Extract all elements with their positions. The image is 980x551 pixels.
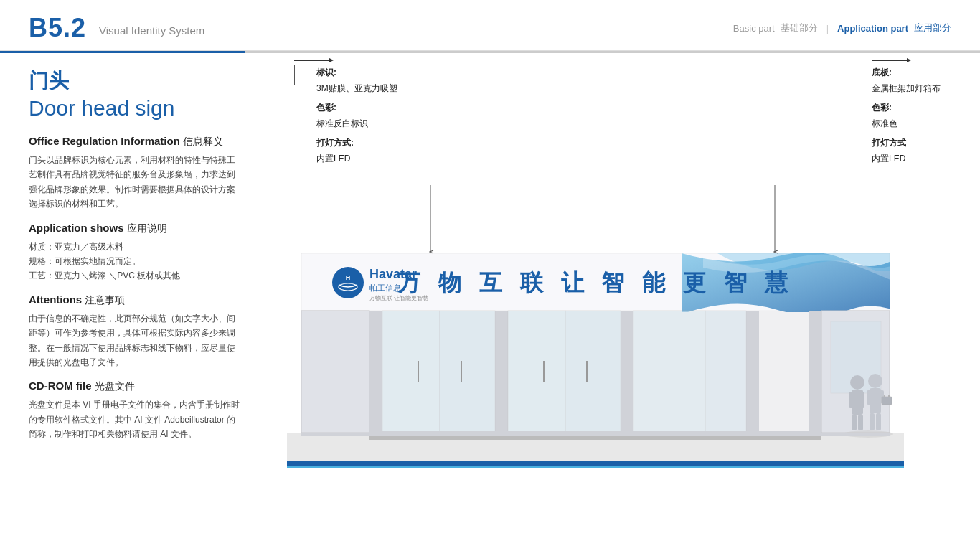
svg-rect-13 [495,311,508,433]
svg-rect-17 [382,311,440,433]
annot-right-label1: 金属框架加灯箱布 [872,81,941,97]
svg-point-4 [332,267,364,298]
svg-rect-39 [870,413,875,430]
nav-basic-cn: 基础部分 [781,22,818,34]
svg-text:万 物 互 联   让 智 能 更 智 慧: 万 物 互 联 让 智 能 更 智 慧 [397,270,793,296]
annot-right-label2: 标准色 [872,116,941,132]
svg-rect-51 [287,466,904,468]
section2-title: Application shows 应用说明 [29,222,240,235]
svg-text:万物互联 让智能更智慧: 万物互联 让智能更智慧 [369,295,428,301]
nav-separator: | [826,23,829,34]
annot-left-label3: 内置LED [316,151,397,167]
section4-title: CD-ROM file 光盘文件 [29,380,240,393]
svg-rect-32 [859,392,864,408]
section3-title: Attentions 注意事项 [29,293,240,307]
page-code: B5.2 [29,13,86,43]
svg-rect-18 [440,311,495,433]
right-panel: 标识: 3M贴膜、亚克力吸塑 色彩: 标准反白标识 打灯方式: 内置LED [265,53,980,551]
header-navigation: Basic part 基础部分 | Application part 应用部分 [733,22,951,34]
title-english: Door head sign [29,96,240,121]
annot-right-label3-bold: 打灯方式 [872,138,906,148]
main-content: 门头 Door head sign Office Regulation Info… [0,53,980,551]
annot-right-label3: 内置LED [872,151,941,167]
svg-rect-40 [876,413,881,430]
nav-app-en: Application part [837,23,908,34]
annot-left-label1-bold: 标识: [316,67,336,77]
annot-left-label3-bold: 打灯方式: [316,138,354,148]
svg-text:帕工信息: 帕工信息 [369,283,401,292]
svg-rect-16 [809,311,821,433]
title-chinese: 门头 [29,67,240,95]
svg-point-35 [868,374,882,388]
annot-left-label2-bold: 色彩: [316,103,336,113]
annot-left-label1: 3M贴膜、亚克力吸塑 [316,81,397,97]
svg-rect-41 [882,397,892,405]
annot-right-label2-bold: 色彩: [872,103,892,113]
page-subtitle: Visual Identity System [99,24,204,37]
left-panel: 门头 Door head sign Office Regulation Info… [0,53,265,551]
svg-text:H: H [346,274,351,281]
svg-rect-34 [858,415,863,430]
building-illustration: H Havatar 帕工信息 万物互联 让智能更智慧 万 物 互 联 让 智 能… [265,167,980,479]
svg-rect-21 [508,311,565,433]
svg-rect-31 [849,392,854,408]
svg-rect-12 [369,311,382,433]
section3-body: 由于信息的不确定性，此页部分规范（如文字大小、间距等）可作为参考使用，具体可根据… [29,311,240,370]
annot-right-label1-bold: 底板: [872,67,892,77]
svg-rect-47 [301,433,890,436]
annotation-right: 底板: 金属框架加灯箱布 色彩: 标准色 打灯方式 内置LED [872,60,941,167]
svg-rect-15 [746,311,759,433]
svg-rect-33 [852,415,857,430]
annotation-left: 标识: 3M贴膜、亚克力吸塑 色彩: 标准反白标识 打灯方式: 内置LED [294,60,397,167]
svg-rect-22 [565,311,621,433]
section4-body: 光盘文件是本 VI 手册电子文件的集合，内含手册制作时的专用软件格式文件。其中 … [29,397,240,441]
svg-rect-46 [369,436,821,440]
svg-rect-37 [867,390,872,405]
svg-point-29 [850,375,864,390]
page-header: B5.2 Visual Identity System Basic part 基… [0,0,980,51]
svg-rect-11 [301,311,369,433]
section1-title: Office Regulation Information 信息释义 [29,135,240,149]
annot-left-label2: 标准反白标识 [316,116,397,132]
nav-basic-en: Basic part [733,23,775,34]
svg-rect-50 [287,461,904,466]
svg-rect-26 [705,311,746,433]
svg-rect-25 [633,311,705,433]
section2-body: 材质：亚克力／高级木料 规格：可根据实地情况而定。 工艺：亚克力＼烤漆 ＼PVC… [29,240,240,283]
section1-body: 门头以品牌标识为核心元素，利用材料的特性与特殊工艺制作具有品牌视觉特征的服务台及… [29,153,240,212]
svg-rect-14 [621,311,633,433]
nav-app-cn: 应用部分 [914,22,951,34]
